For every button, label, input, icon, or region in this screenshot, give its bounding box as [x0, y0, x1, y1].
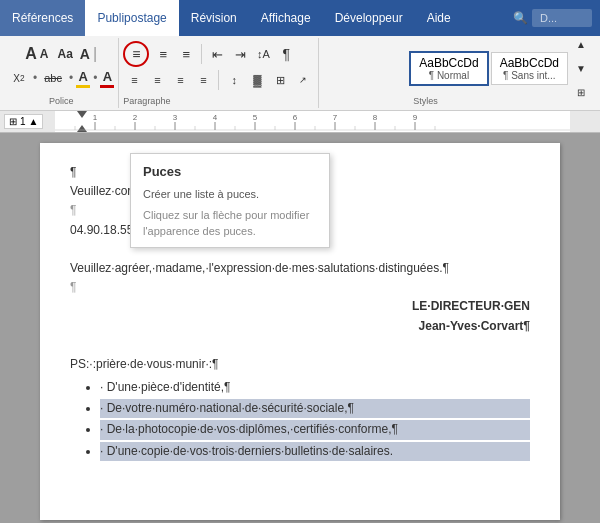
search-input[interactable]: [532, 9, 592, 27]
styles-scroll-up[interactable]: ▲: [570, 33, 592, 55]
page-up-arrow: ▲: [29, 116, 39, 127]
bullet-item-1: · D'une·pièce·d'identité,¶: [100, 378, 530, 397]
increase-indent-button[interactable]: ⇥: [229, 43, 251, 65]
tooltip-hint: Cliquez sur la flèche pour modifierl'app…: [143, 208, 317, 239]
justify-button[interactable]: ≡: [192, 69, 214, 91]
line-spacing-button[interactable]: ↕: [223, 69, 245, 91]
align-right-button[interactable]: ≡: [169, 69, 191, 91]
bullet-item-2: · De·votre·numéro·national·de·sécurité·s…: [100, 399, 530, 418]
ruler: ⊞ 1 ▲ 1 2 3 4 5 6 7 8: [0, 111, 600, 133]
svg-text:9: 9: [413, 113, 418, 122]
font-section: A A Aa A | X2 • abc • A • A Police: [4, 38, 119, 108]
align-left-button[interactable]: ≡: [123, 69, 145, 91]
svg-text:2: 2: [133, 113, 138, 122]
highlight-a: A: [100, 69, 114, 88]
tooltip-popup: Puces Créer une liste à puces. Cliquez s…: [130, 153, 330, 248]
search-area: 🔍: [505, 0, 600, 36]
doc-line-director: LE·DIRECTEUR·GEN: [70, 297, 530, 316]
doc-line-salut: Veuillez·agréer,·madame,·l'expression·de…: [70, 259, 530, 278]
font-color-a: A: [76, 69, 90, 88]
svg-text:3: 3: [173, 113, 178, 122]
multilevel-list-button[interactable]: ≡: [175, 43, 197, 65]
dot-sep: •: [33, 71, 37, 85]
superscript-button[interactable]: X2: [8, 67, 30, 89]
svg-text:1: 1: [93, 113, 98, 122]
svg-text:8: 8: [373, 113, 378, 122]
tooltip-desc: Créer une liste à puces.: [143, 187, 317, 202]
styles-scroll-down[interactable]: ▼: [570, 57, 592, 79]
dot-sep2: •: [69, 71, 73, 85]
font-name-button[interactable]: Aa: [53, 43, 76, 65]
sort-button[interactable]: ↕A: [252, 43, 274, 65]
sep-v: [201, 44, 202, 64]
styles-expand[interactable]: ⊞: [570, 81, 592, 103]
paragraph-section-label: Paragraphe: [123, 96, 170, 106]
bullet-list: · D'une·pièce·d'identité,¶ · De·votre·nu…: [70, 378, 530, 461]
sep-v2: [218, 70, 219, 90]
ruler-ticks: 1 2 3 4 5 6 7 8 9: [55, 111, 570, 132]
decrease-indent-button[interactable]: ⇤: [206, 43, 228, 65]
doc-line-empty3: ¶: [70, 278, 530, 297]
style-sans-label: ¶ Sans int...: [500, 70, 559, 81]
tooltip-title: Puces: [143, 162, 317, 183]
font-a-color: A: [80, 46, 90, 62]
svg-text:5: 5: [253, 113, 258, 122]
ribbon-nav: Références Publipostage Révision Afficha…: [0, 0, 600, 36]
document-area: Puces Créer une liste à puces. Cliquez s…: [0, 133, 600, 523]
nav-item-revision[interactable]: Révision: [179, 0, 249, 36]
search-icon: 🔍: [513, 11, 528, 25]
bullet-list-highlight: ≡: [123, 41, 149, 67]
font-section-label: Police: [49, 96, 74, 106]
nav-item-references[interactable]: Références: [0, 0, 85, 36]
bullet-item-4: · D'une·copie·de·vos·trois·derniers·bull…: [100, 442, 530, 461]
doc-line-name: Jean-Yves·Corvart¶: [70, 317, 530, 336]
paragraph-section: ≡ ≡ ≡ ⇤ ⇥ ↕A ¶ ≡ ≡ ≡ ≡ ↕ ▓ ⊞ ↗ Paragraph…: [119, 38, 319, 108]
bullet-list-button[interactable]: ≡: [125, 43, 147, 65]
bullet-item-3: · De·la·photocopie·de·vos·diplômes,·cert…: [100, 420, 530, 439]
para-shading-button[interactable]: ▓: [246, 69, 268, 91]
styles-section-label: Styles: [413, 96, 438, 106]
align-center-button[interactable]: ≡: [146, 69, 168, 91]
nav-item-developpeur[interactable]: Développeur: [323, 0, 415, 36]
ruler-center: 1 2 3 4 5 6 7 8 9: [55, 111, 570, 132]
styles-arrows: ▲ ▼ ⊞: [570, 33, 592, 103]
doc-line-ps: PS:·:prière·de·vous·munir·:¶: [70, 355, 530, 374]
style-normal-label: ¶ Normal: [419, 70, 478, 81]
strikethrough-button[interactable]: abc: [40, 67, 66, 89]
nav-item-aide[interactable]: Aide: [415, 0, 463, 36]
style-sans-preview: AaBbCcDd: [500, 56, 559, 70]
numbered-list-button[interactable]: ≡: [152, 43, 174, 65]
ruler-right-margin: [570, 111, 600, 132]
svg-text:7: 7: [333, 113, 338, 122]
style-sans-int[interactable]: AaBbCcDd ¶ Sans int...: [491, 52, 568, 85]
page-num-icon: ⊞: [9, 116, 17, 127]
svg-text:4: 4: [213, 113, 218, 122]
para-expand-button[interactable]: ↗: [292, 69, 314, 91]
dot-sep3: •: [93, 71, 97, 85]
font-a-large: A: [25, 45, 37, 63]
ruler-left-margin: ⊞ 1 ▲: [0, 111, 55, 132]
nav-item-affichage[interactable]: Affichage: [249, 0, 323, 36]
doc-line-empty4: [70, 336, 530, 355]
nav-item-publipostage[interactable]: Publipostage: [85, 0, 178, 36]
styles-section: AaBbCcDd ¶ Normal AaBbCcDd ¶ Sans int...…: [405, 38, 596, 108]
svg-text:6: 6: [293, 113, 298, 122]
separator1: |: [93, 45, 97, 63]
pilcrow-button[interactable]: ¶: [275, 43, 297, 65]
border-button[interactable]: ⊞: [269, 69, 291, 91]
font-a-small: A: [40, 47, 49, 61]
page-num: 1: [20, 116, 26, 127]
style-normal[interactable]: AaBbCcDd ¶ Normal: [409, 51, 488, 86]
style-normal-preview: AaBbCcDd: [419, 56, 478, 70]
document-page[interactable]: Puces Créer une liste à puces. Cliquez s…: [40, 143, 560, 520]
